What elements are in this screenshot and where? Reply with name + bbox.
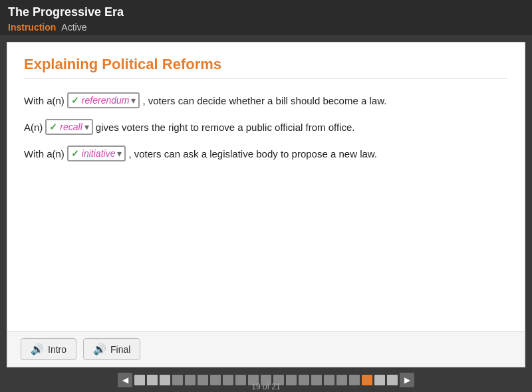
speaker-icon-final: 🔊: [93, 343, 106, 355]
nav-dot-2[interactable]: [147, 375, 158, 385]
bottom-wrapper: ◀ ▶ 19 of 21: [0, 367, 532, 392]
nav-dot-6[interactable]: [198, 375, 208, 385]
chevron-down-icon-1: ▾: [131, 95, 136, 106]
sentence-1-suffix: , voters can decide whether a bill shoul…: [142, 95, 386, 106]
chevron-down-icon-3: ▾: [117, 148, 122, 159]
nav-dot-19[interactable]: [362, 375, 372, 385]
check-icon-3: ✓: [71, 148, 79, 159]
intro-button[interactable]: 🔊 Intro: [21, 338, 76, 360]
prev-arrow[interactable]: ◀: [118, 373, 132, 387]
nav-dot-3[interactable]: [160, 375, 170, 385]
sentence-3-suffix: , voters can ask a legislative body to p…: [128, 148, 377, 159]
sentence-row-1: With a(n) ✓ referendum ▾ , voters can de…: [24, 92, 508, 108]
footer-area: 🔊 Intro 🔊 Final: [7, 331, 525, 367]
nav-dot-9[interactable]: [235, 375, 246, 385]
dropdown-initiative[interactable]: ✓ initiative ▾: [67, 146, 126, 161]
nav-instruction[interactable]: Instruction: [8, 22, 56, 33]
nav-dot-7[interactable]: [210, 375, 221, 385]
nav-dot-13[interactable]: [286, 375, 297, 385]
dropdown-recall-value: recall: [60, 122, 82, 132]
dropdown-initiative-value: initiative: [82, 148, 116, 159]
app-title: The Progressive Era: [8, 5, 524, 19]
nav-dot-5[interactable]: [185, 375, 196, 385]
section-title: Explaining Political Reforms: [24, 56, 508, 79]
top-header: The Progressive Era Instruction Active: [0, 0, 532, 35]
final-button[interactable]: 🔊 Final: [83, 338, 140, 360]
dropdown-referendum[interactable]: ✓ referendum ▾: [67, 92, 140, 108]
nav-dot-8[interactable]: [223, 375, 233, 385]
nav-dot-15[interactable]: [311, 375, 322, 385]
next-arrow[interactable]: ▶: [400, 373, 414, 387]
nav-dot-1[interactable]: [134, 375, 145, 385]
final-label: Final: [110, 344, 130, 355]
nav-dot-20[interactable]: [374, 375, 385, 385]
content-area: Explaining Political Reforms With a(n) ✓…: [7, 43, 525, 331]
nav-row: Instruction Active: [8, 22, 524, 33]
intro-label: Intro: [48, 344, 66, 355]
main-wrapper: Explaining Political Reforms With a(n) ✓…: [7, 42, 525, 367]
sentence-row-3: With a(n) ✓ initiative ▾ , voters can as…: [24, 146, 508, 161]
sentence-2-prefix: A(n): [24, 122, 43, 133]
sentence-3-prefix: With a(n): [24, 148, 65, 159]
sentence-2-suffix: gives voters the right to remove a publi…: [96, 122, 355, 133]
nav-dot-4[interactable]: [172, 375, 183, 385]
dropdown-referendum-value: referendum: [82, 95, 130, 106]
chevron-down-icon-2: ▾: [84, 122, 89, 132]
nav-dot-21[interactable]: [387, 375, 398, 385]
check-icon-2: ✓: [49, 122, 57, 132]
page-counter: 19 of 21: [251, 382, 280, 391]
nav-active: Active: [61, 22, 86, 33]
nav-dot-18[interactable]: [349, 375, 360, 385]
dropdown-recall[interactable]: ✓ recall ▾: [45, 119, 92, 135]
speaker-icon-intro: 🔊: [31, 343, 44, 355]
nav-dot-16[interactable]: [324, 375, 334, 385]
sentence-1-prefix: With a(n): [24, 95, 65, 106]
sentence-row-2: A(n) ✓ recall ▾ gives voters the right t…: [24, 119, 508, 135]
check-icon-1: ✓: [71, 95, 79, 106]
nav-dot-17[interactable]: [336, 375, 347, 385]
nav-dot-14[interactable]: [299, 375, 309, 385]
